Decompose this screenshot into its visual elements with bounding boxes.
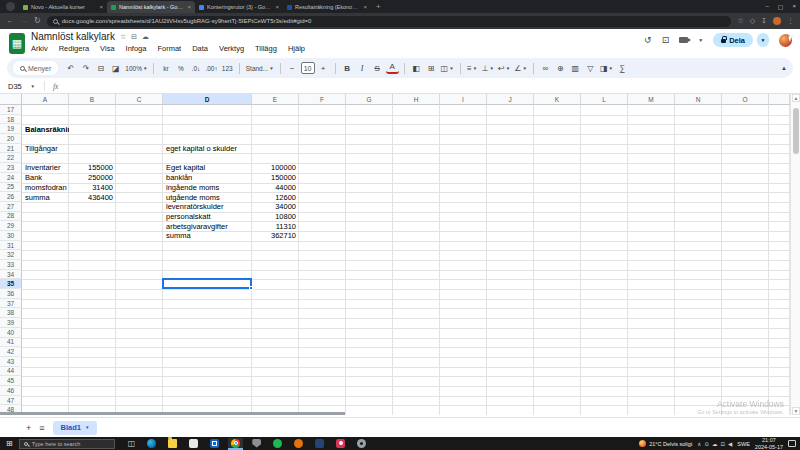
row-header-24[interactable]: 24 — [0, 173, 22, 183]
app-icon-orange-slot[interactable] — [291, 438, 306, 450]
shield-icon-slot[interactable] — [249, 438, 264, 450]
increase-decimals-button[interactable]: .00↑ — [204, 61, 218, 76]
text-rotation-button[interactable]: ∠▼ — [513, 61, 528, 76]
menu-infoga[interactable]: Infoga — [126, 44, 147, 53]
column-header-O[interactable]: O — [722, 94, 769, 105]
back-icon[interactable]: ← — [6, 17, 14, 25]
row-header-43[interactable]: 43 — [0, 357, 22, 367]
insert-chart-button[interactable]: ▥ — [569, 61, 582, 76]
cell-E23[interactable]: 100000 — [252, 163, 299, 173]
cell-A23[interactable]: Inventarier — [22, 163, 69, 173]
selected-cell-outline[interactable] — [162, 278, 252, 289]
cell-A19[interactable]: Balansräkning — [22, 124, 69, 134]
column-header-K[interactable]: K — [534, 94, 581, 105]
row-header-27[interactable]: 27 — [0, 202, 22, 212]
chrome-icon-slot[interactable] — [228, 438, 243, 450]
menu-format[interactable]: Format — [157, 44, 181, 53]
share-button[interactable]: Dela — [713, 33, 753, 47]
menu-visa[interactable]: Visa — [100, 44, 114, 53]
download-icon[interactable]: ↧ — [761, 17, 767, 25]
all-sheets-icon[interactable]: ≡ — [39, 423, 44, 433]
column-header-E[interactable]: E — [252, 94, 299, 105]
history-icon[interactable]: ↺ — [644, 35, 652, 45]
browser-tab[interactable]: Namnlöst kalkylark - Google S× — [107, 1, 195, 13]
menu-verktyg[interactable]: Verktyg — [219, 44, 244, 53]
tray-icon-1[interactable]: ⊙ — [704, 441, 709, 447]
grid-corner[interactable] — [0, 94, 22, 105]
row-header-33[interactable]: 33 — [0, 260, 22, 270]
row-header-35[interactable]: 35 — [0, 279, 22, 289]
toolbar-search[interactable]: Menyer — [13, 61, 58, 75]
close-button[interactable]: × — [792, 3, 796, 9]
row-header-42[interactable]: 42 — [0, 347, 22, 357]
fill-handle[interactable] — [249, 286, 253, 290]
move-folder-icon[interactable]: ⊟ — [131, 33, 137, 41]
column-header-A[interactable]: A — [22, 94, 69, 105]
taskbar-clock[interactable]: 21:07 2024-05-17 — [755, 437, 783, 449]
decrease-font-size-button[interactable]: − — [286, 61, 299, 76]
app-icon-blue-slot[interactable] — [312, 438, 327, 450]
column-header-D[interactable]: D — [163, 94, 252, 105]
spotify-icon-slot[interactable] — [270, 438, 285, 450]
zoom-select[interactable]: 100%▼ — [124, 61, 148, 76]
menu-dots-icon[interactable]: ⋮ — [787, 17, 794, 25]
menu-data[interactable]: Data — [192, 44, 208, 53]
cell-D28[interactable]: personalskatt — [163, 212, 252, 222]
row-header-36[interactable]: 36 — [0, 289, 22, 299]
scroll-down-icon[interactable]: ▼ — [792, 407, 800, 415]
row-header-45[interactable]: 45 — [0, 376, 22, 386]
row-header-40[interactable]: 40 — [0, 328, 22, 338]
decrease-decimals-button[interactable]: .0↓ — [189, 61, 202, 76]
browser-profile-avatar[interactable] — [773, 17, 781, 25]
tab-close-icon[interactable]: × — [363, 4, 367, 10]
settings-gear-icon[interactable] — [357, 439, 366, 448]
account-avatar[interactable] — [779, 34, 792, 47]
currency-format-button[interactable]: kr — [159, 61, 172, 76]
app-icon-white-slot[interactable] — [186, 438, 201, 450]
row-header-37[interactable]: 37 — [0, 299, 22, 309]
add-sheet-button[interactable]: + — [26, 423, 31, 433]
font-size-input[interactable]: 10 — [301, 62, 315, 74]
browser-tab[interactable]: Konteringsrutor (3) - Google D× — [195, 1, 283, 13]
cell-A24[interactable]: Bank — [22, 173, 69, 183]
tray-icon-0[interactable]: ∧ — [697, 441, 701, 447]
row-header-22[interactable]: 22 — [0, 153, 22, 163]
filter-button[interactable]: ▽ — [584, 61, 597, 76]
strikethrough-button[interactable]: S — [371, 61, 384, 76]
maximize-button[interactable]: ▢ — [778, 3, 784, 10]
scroll-up-icon[interactable]: ▲ — [792, 94, 800, 102]
site-info-icon[interactable] — [53, 19, 58, 24]
cell-B25[interactable]: 31400 — [69, 183, 116, 193]
people-app-icon[interactable] — [336, 439, 345, 448]
fill-color-button[interactable]: ◧ — [410, 61, 423, 76]
cell-E25[interactable]: 44000 — [252, 183, 299, 193]
cell-B26[interactable]: 436400 — [69, 192, 116, 202]
column-header-partial[interactable] — [769, 94, 790, 105]
row-header-25[interactable]: 25 — [0, 183, 22, 193]
taskbar-search[interactable]: Type here to search — [19, 439, 115, 449]
redo-icon[interactable]: ↷ — [79, 61, 92, 76]
menu-arkiv[interactable]: Arkiv — [31, 44, 48, 53]
row-header-21[interactable]: 21 — [0, 144, 22, 154]
cell-E24[interactable]: 150000 — [252, 173, 299, 183]
forward-icon[interactable]: → — [20, 17, 28, 25]
settings-gear-icon-slot[interactable] — [354, 438, 369, 450]
table-views-button[interactable]: ◨▼ — [599, 61, 614, 76]
name-box[interactable]: D35 ▼ — [0, 82, 40, 91]
row-header-41[interactable]: 41 — [0, 338, 22, 348]
document-title[interactable]: Namnlöst kalkylark — [31, 31, 115, 42]
row-header-29[interactable]: 29 — [0, 221, 22, 231]
address-bar[interactable]: docs.google.com/spreadsheets/d/1AU2liVHs… — [47, 16, 732, 27]
tray-icon-3[interactable]: ⊡ — [720, 441, 725, 447]
print-icon[interactable]: ⊟ — [94, 61, 107, 76]
start-button[interactable]: ⊞ — [0, 439, 19, 448]
cell-A21[interactable]: Tillgångar — [22, 144, 69, 154]
cell-D29[interactable]: arbetsgivaravgifter — [163, 221, 252, 231]
cell-B24[interactable]: 250000 — [69, 173, 116, 183]
row-header-30[interactable]: 30 — [0, 231, 22, 241]
row-header-38[interactable]: 38 — [0, 308, 22, 318]
column-header-F[interactable]: F — [299, 94, 346, 105]
row-header-34[interactable]: 34 — [0, 270, 22, 280]
app-icon-blue[interactable] — [315, 439, 324, 448]
sheet-tab-blad1[interactable]: Blad1 ▼ — [53, 421, 98, 435]
